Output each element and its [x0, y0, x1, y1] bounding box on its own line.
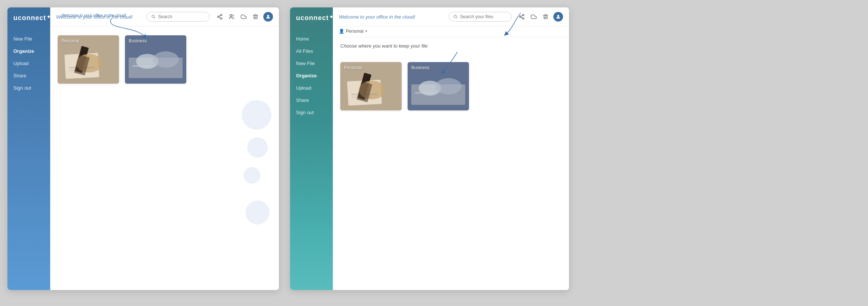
header-2: Welcome to your office in the cloud!: [333, 7, 569, 26]
avatar-2[interactable]: [553, 12, 563, 22]
svg-rect-14: [69, 67, 95, 68]
logo-dot-1: [48, 16, 50, 18]
svg-point-19: [153, 51, 179, 68]
folder-personal-label-2: Personal: [344, 65, 361, 70]
sidebar-item-upload-1[interactable]: Upload: [7, 58, 50, 69]
share-icon-1[interactable]: [216, 13, 224, 21]
sidebar-item-share-1[interactable]: Share: [7, 70, 50, 81]
search-icon-1: [151, 15, 156, 19]
logo-2: uconnect: [290, 7, 338, 29]
sidebar-item-new-file-1[interactable]: New File: [7, 33, 50, 45]
svg-line-7: [219, 15, 221, 16]
sidebar-item-signout-1[interactable]: Sign out: [7, 82, 50, 94]
folder-business-2[interactable]: Business: [408, 62, 469, 110]
sidebar-item-new-file-2[interactable]: New File: [290, 58, 333, 69]
app-window-2: uconnect Home All Files New File Organiz…: [290, 7, 569, 290]
sidebar-item-signout-2[interactable]: Sign out: [290, 107, 333, 118]
svg-rect-15: [69, 70, 89, 71]
svg-point-5: [221, 18, 222, 19]
svg-point-23: [523, 14, 524, 16]
svg-point-13: [76, 54, 102, 73]
share-icon-2[interactable]: [518, 13, 526, 21]
folder-grid-1: Personal: [50, 26, 279, 93]
folder-business-1[interactable]: Business: [125, 35, 186, 84]
header-title-1: Welcome to your office in the cloud!: [56, 14, 141, 20]
sidebar-nav-1: New File Organize Upload Share Sign out: [7, 33, 50, 94]
breadcrumb-chevron: ▼: [364, 29, 368, 33]
folder-personal-1[interactable]: Personal: [58, 35, 119, 84]
breadcrumb-label: Personal: [346, 29, 363, 34]
svg-point-28: [557, 15, 559, 17]
sidebar-2: uconnect Home All Files New File Organiz…: [290, 7, 333, 290]
sidebar-item-all-files-2[interactable]: All Files: [290, 45, 333, 57]
deco-circle-2: [247, 137, 268, 158]
svg-point-32: [359, 81, 385, 99]
sidebar-1: uconnect New File Organize Upload Share …: [7, 7, 50, 290]
svg-point-38: [435, 78, 462, 94]
svg-line-22: [456, 17, 457, 19]
svg-rect-33: [351, 94, 377, 95]
users-icon-1[interactable]: [228, 13, 236, 21]
deco-circle-4: [245, 200, 270, 225]
search-input-1[interactable]: [158, 14, 205, 19]
svg-line-26: [521, 17, 523, 18]
svg-point-21: [454, 15, 457, 18]
svg-line-2: [154, 17, 155, 19]
breadcrumb-dropdown[interactable]: Personal ▼: [346, 29, 368, 34]
logo-dot-2: [330, 16, 332, 18]
svg-point-24: [520, 16, 521, 17]
decorative-area-2: [333, 119, 569, 290]
deco-circle-3: [244, 167, 260, 184]
svg-point-25: [523, 18, 524, 19]
main-content-2: Welcome to your office in the cloud!: [333, 7, 569, 290]
header-title-2: Welcome to your office in the cloud!: [339, 14, 443, 20]
logo-1: uconnect: [7, 7, 56, 29]
search-input-2[interactable]: [460, 14, 507, 19]
deco-circle-1: [242, 100, 271, 130]
decorative-area-1: [50, 93, 279, 290]
cloud-icon-1[interactable]: [239, 13, 248, 21]
main-content-1: Welcome to your office in the cloud!: [50, 7, 279, 290]
search-box-1[interactable]: [147, 12, 210, 22]
choose-message: Choose where you want to keep your file: [333, 37, 569, 53]
svg-line-6: [219, 17, 221, 18]
sidebar-item-upload-2[interactable]: Upload: [290, 82, 333, 94]
svg-rect-34: [351, 97, 372, 98]
svg-point-9: [267, 15, 269, 17]
folder-personal-2[interactable]: Personal: [340, 62, 402, 110]
svg-point-3: [221, 14, 222, 16]
app-window-1: uconnect New File Organize Upload Share …: [7, 7, 279, 290]
breadcrumb-2: 👤 Personal ▼: [333, 26, 569, 37]
svg-point-4: [218, 16, 219, 17]
search-icon-2: [453, 15, 458, 19]
folder-business-label-1: Business: [129, 38, 147, 44]
sidebar-item-home-2[interactable]: Home: [290, 33, 333, 45]
svg-point-1: [152, 15, 155, 18]
sidebar-item-organize-2[interactable]: Organize: [290, 70, 333, 81]
trash-icon-2[interactable]: [541, 13, 550, 21]
svg-line-27: [521, 15, 523, 16]
folder-business-label-2: Business: [411, 65, 430, 70]
sidebar-item-organize-1[interactable]: Organize: [7, 45, 50, 57]
search-box-2[interactable]: [449, 12, 512, 22]
svg-rect-39: [415, 92, 434, 94]
trash-icon-1[interactable]: [251, 13, 260, 21]
svg-point-8: [230, 15, 232, 16]
avatar-1[interactable]: [263, 12, 273, 22]
sidebar-nav-2: Home All Files New File Organize Upload …: [290, 33, 333, 118]
folder-grid-2: Personal: [333, 53, 569, 119]
sidebar-item-share-2[interactable]: Share: [290, 94, 333, 106]
svg-rect-20: [132, 65, 151, 67]
header-1: Welcome to your office in the cloud!: [50, 7, 279, 26]
header-icons-2: [518, 12, 563, 22]
cloud-icon-2[interactable]: [530, 13, 538, 21]
user-breadcrumb-icon: 👤: [339, 29, 344, 34]
folder-personal-label-1: Personal: [61, 38, 79, 44]
header-icons-1: [216, 12, 273, 22]
